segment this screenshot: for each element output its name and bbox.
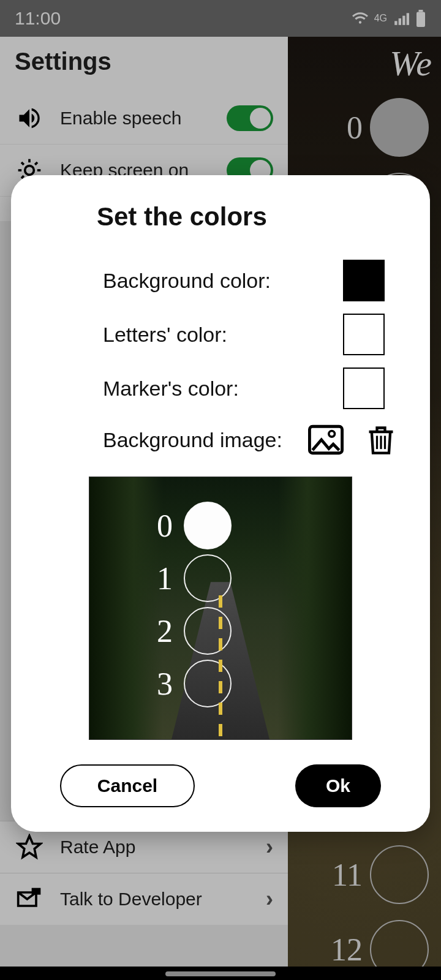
letters-color-swatch[interactable] bbox=[343, 314, 385, 355]
preview-marker bbox=[184, 660, 232, 707]
nav-pill[interactable] bbox=[165, 971, 276, 976]
marker-color-swatch[interactable] bbox=[343, 368, 385, 409]
color-label: Background image: bbox=[103, 428, 307, 452]
delete-image-button[interactable] bbox=[363, 421, 399, 458]
color-label: Letters' color: bbox=[103, 323, 343, 347]
dialog-title: Set the colors bbox=[97, 202, 399, 232]
preview-num: 1 bbox=[151, 560, 179, 597]
color-label: Marker's color: bbox=[103, 377, 343, 401]
dialog-actions: Cancel Ok bbox=[42, 764, 399, 807]
row-marker-color: Marker's color: bbox=[42, 361, 399, 415]
row-background-image: Background image: bbox=[42, 415, 399, 464]
preview-num: 3 bbox=[151, 666, 179, 702]
svg-point-17 bbox=[329, 431, 335, 437]
background-color-swatch[interactable] bbox=[343, 260, 385, 301]
preview-marker bbox=[184, 502, 232, 549]
row-letters-color: Letters' color: bbox=[42, 307, 399, 361]
preview-marker bbox=[184, 607, 232, 655]
color-label: Background color: bbox=[103, 269, 343, 293]
system-nav-bar bbox=[0, 967, 441, 980]
row-background-color: Background color: bbox=[42, 254, 399, 307]
cancel-button[interactable]: Cancel bbox=[60, 764, 195, 807]
pick-image-button[interactable] bbox=[307, 421, 344, 458]
ok-button[interactable]: Ok bbox=[295, 764, 381, 807]
color-preview: 0 1 2 3 bbox=[89, 477, 352, 740]
set-colors-dialog: Set the colors Background color: Letters… bbox=[11, 175, 430, 832]
preview-num: 0 bbox=[151, 508, 179, 544]
preview-marker bbox=[184, 554, 232, 602]
preview-num: 2 bbox=[151, 613, 179, 649]
